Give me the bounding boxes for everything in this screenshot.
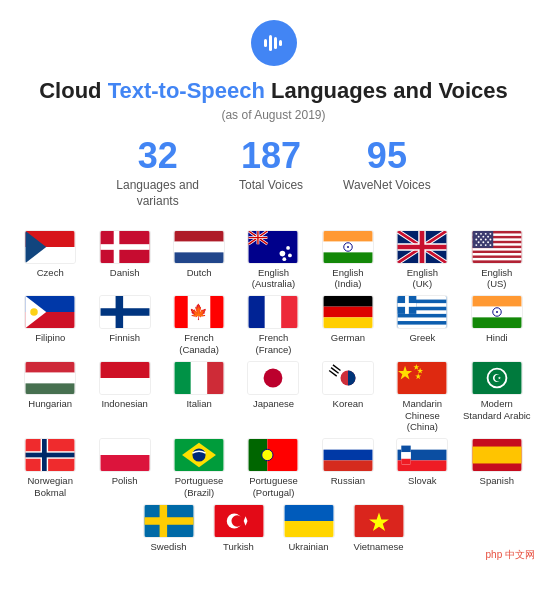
svg-rect-124 bbox=[26, 453, 75, 458]
svg-rect-99 bbox=[26, 373, 75, 384]
svg-rect-98 bbox=[26, 362, 75, 373]
last-row: Swedish Turkish Ukrainian bbox=[15, 504, 532, 552]
flag-label-korean: Korean bbox=[333, 398, 364, 409]
flag-item-finnish: Finnish bbox=[89, 295, 159, 355]
flag-item-english-uk: English(UK) bbox=[387, 230, 457, 290]
flag-item-swedish: Swedish bbox=[143, 504, 195, 552]
svg-rect-135 bbox=[323, 450, 372, 461]
svg-rect-75 bbox=[175, 296, 188, 328]
flag-label-portuguese-br: Portuguese(Brazil) bbox=[175, 475, 224, 498]
flag-label-russian: Russian bbox=[331, 475, 365, 486]
flag-label-english-in: English(India) bbox=[332, 267, 363, 290]
page-subtitle: (as of August 2019) bbox=[15, 108, 532, 122]
svg-point-62 bbox=[487, 241, 489, 243]
svg-rect-148 bbox=[159, 505, 167, 537]
svg-rect-102 bbox=[100, 378, 149, 394]
svg-point-59 bbox=[489, 238, 491, 240]
flag-label-hindi: Hindi bbox=[486, 332, 508, 343]
flag-norwegian bbox=[24, 438, 76, 472]
svg-point-61 bbox=[482, 241, 484, 243]
svg-rect-11 bbox=[175, 241, 224, 252]
flag-label-french-fr: French(France) bbox=[256, 332, 292, 355]
flag-vietnamese bbox=[353, 504, 405, 538]
svg-rect-125 bbox=[42, 439, 47, 471]
flag-item-danish: Danish bbox=[89, 230, 159, 290]
flag-item-russian: Russian bbox=[313, 438, 383, 498]
flag-arabic: ☪ bbox=[471, 361, 523, 395]
svg-rect-80 bbox=[282, 296, 298, 328]
svg-rect-1 bbox=[269, 35, 272, 51]
svg-point-23 bbox=[280, 250, 286, 256]
flag-english-au bbox=[247, 230, 299, 264]
flags-grid: Czech Danish Dutch bbox=[15, 230, 532, 499]
flag-item-italian: Italian bbox=[164, 361, 234, 432]
svg-rect-147 bbox=[144, 517, 193, 525]
watermark: php 中文网 bbox=[482, 546, 539, 564]
svg-rect-95 bbox=[472, 318, 521, 329]
stat-number-wavenet: 95 bbox=[343, 138, 431, 174]
stat-label-wavenet: WaveNet Voices bbox=[343, 178, 431, 194]
svg-point-55 bbox=[487, 235, 489, 237]
flag-label-hungarian: Hungarian bbox=[28, 398, 72, 409]
stats-row: 32 Languages andvariants 187 Total Voice… bbox=[15, 138, 532, 209]
flag-label-danish: Danish bbox=[110, 267, 140, 278]
flag-greek bbox=[396, 295, 448, 329]
flag-label-spanish: Spanish bbox=[480, 475, 514, 486]
svg-point-51 bbox=[485, 232, 487, 234]
flag-label-italian: Italian bbox=[186, 398, 211, 409]
svg-point-54 bbox=[482, 235, 484, 237]
svg-point-107 bbox=[264, 369, 283, 388]
svg-rect-78 bbox=[249, 296, 265, 328]
flag-item-japanese: Japanese bbox=[238, 361, 308, 432]
svg-rect-126 bbox=[100, 439, 149, 455]
flag-label-french-ca: French(Canada) bbox=[179, 332, 219, 355]
flag-label-polish: Polish bbox=[112, 475, 138, 486]
svg-rect-0 bbox=[264, 39, 267, 47]
svg-point-97 bbox=[496, 311, 498, 313]
flag-english-us bbox=[471, 230, 523, 264]
svg-point-57 bbox=[480, 238, 482, 240]
flag-label-slovak: Slovak bbox=[408, 475, 437, 486]
svg-rect-104 bbox=[191, 362, 207, 394]
svg-point-24 bbox=[287, 246, 291, 250]
flag-russian bbox=[322, 438, 374, 472]
svg-rect-46 bbox=[472, 253, 521, 255]
flag-filipino bbox=[24, 295, 76, 329]
stat-wavenet: 95 WaveNet Voices bbox=[343, 138, 431, 209]
svg-rect-29 bbox=[323, 252, 372, 263]
flag-hungarian bbox=[24, 361, 76, 395]
svg-rect-88 bbox=[398, 318, 447, 322]
flag-ukrainian bbox=[283, 504, 335, 538]
flag-item-filipino: Filipino bbox=[15, 295, 85, 355]
svg-rect-82 bbox=[323, 307, 372, 318]
flag-indonesian bbox=[99, 361, 151, 395]
flag-label-english-uk: English(UK) bbox=[407, 267, 438, 290]
svg-point-31 bbox=[347, 246, 349, 248]
flag-portuguese-br bbox=[173, 438, 225, 472]
flag-japanese bbox=[247, 361, 299, 395]
svg-rect-79 bbox=[265, 296, 281, 328]
flag-label-czech: Czech bbox=[37, 267, 64, 278]
flag-item-greek: Greek bbox=[387, 295, 457, 355]
flag-item-vietnamese: Vietnamese bbox=[353, 504, 405, 552]
flag-item-norwegian: NorwegianBokmal bbox=[15, 438, 85, 498]
svg-point-53 bbox=[477, 235, 479, 237]
flag-mandarin bbox=[396, 361, 448, 395]
svg-rect-27 bbox=[323, 231, 372, 242]
svg-rect-83 bbox=[323, 318, 372, 329]
flag-item-french-ca: 🍁 French(Canada) bbox=[164, 295, 234, 355]
flag-label-english-us: English(US) bbox=[481, 267, 512, 290]
svg-rect-136 bbox=[323, 461, 372, 472]
flag-label-portuguese-pt: Portuguese(Portugal) bbox=[249, 475, 298, 498]
flag-item-korean: Korean bbox=[313, 361, 383, 432]
flag-korean bbox=[322, 361, 374, 395]
flag-item-english-us: English(US) bbox=[462, 230, 532, 290]
svg-rect-101 bbox=[100, 362, 149, 378]
svg-point-49 bbox=[475, 232, 477, 234]
flag-label-german: German bbox=[331, 332, 365, 343]
svg-point-25 bbox=[289, 253, 293, 257]
flag-item-turkish: Turkish bbox=[213, 504, 265, 552]
flag-item-portuguese-pt: Portuguese(Portugal) bbox=[238, 438, 308, 498]
svg-point-52 bbox=[489, 232, 491, 234]
svg-rect-93 bbox=[472, 296, 521, 307]
